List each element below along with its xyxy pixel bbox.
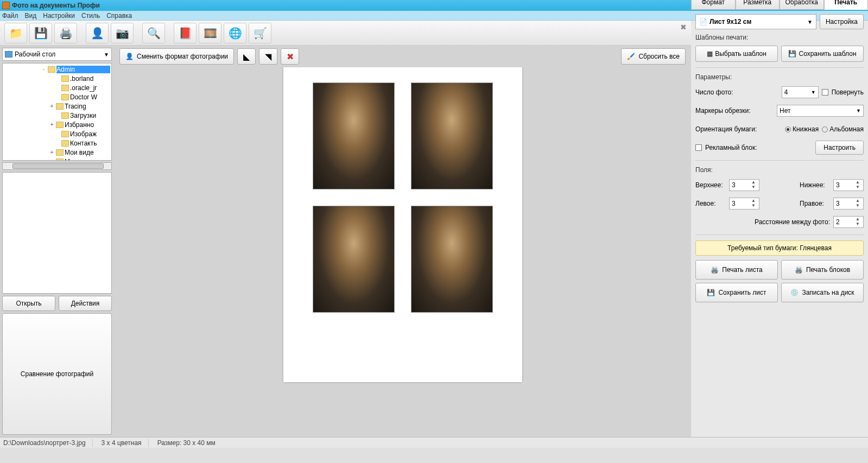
status-path: D:\Downloads\портрет-3.jpg: [3, 439, 93, 447]
cart-button[interactable]: 🛒: [249, 23, 271, 43]
blocks-icon: 🖨️: [795, 266, 803, 274]
burn-disk-button[interactable]: 💿Записать на диск: [781, 283, 864, 302]
image-search-button[interactable]: 🔍: [142, 23, 165, 43]
save-sheet-button[interactable]: 💾Сохранить лист: [695, 283, 778, 302]
floppy-icon: 💾: [707, 289, 715, 296]
rotate-checkbox[interactable]: [822, 89, 828, 96]
margin-top-input[interactable]: 3▲▼: [729, 179, 759, 191]
orientation-portrait-radio[interactable]: Книжная: [785, 125, 819, 133]
templates-label: Шаблоны печати:: [695, 34, 864, 41]
spacing-input[interactable]: 2▲▼: [833, 216, 864, 228]
root-folder-label: Рабочий стол: [15, 50, 55, 58]
margin-bottom-input[interactable]: 3▲▼: [833, 179, 864, 191]
left-panel: Рабочий стол ▼ -Admin.borland.oracle_jrD…: [0, 46, 114, 437]
margins-label: Поля:: [695, 166, 864, 174]
ad-block-checkbox[interactable]: [695, 144, 702, 151]
video-button[interactable]: 🎞️: [199, 23, 221, 43]
brush-icon: 🖌️: [627, 53, 635, 60]
tree-item[interactable]: Загрузки: [3, 111, 111, 120]
app-icon: [2, 2, 10, 9]
flip-horizontal-button[interactable]: ◣: [237, 48, 256, 65]
margin-right-label: Правое:: [800, 200, 830, 207]
tab-layout[interactable]: Разметка: [736, 0, 780, 10]
photo-slot-1[interactable]: [313, 83, 395, 189]
print-sheet-button[interactable]: 🖨️Печать листа: [695, 260, 778, 280]
photo-count-input[interactable]: 4▼: [782, 86, 819, 98]
main-toolbar: 📁 💾 🖨️ 👤 📷 🔍 📕 🎞️ 🌐 🛒 ✖: [0, 21, 691, 46]
rotate-label: Повернуть: [832, 88, 864, 96]
spacing-label: Расстояние между фото:: [755, 218, 830, 226]
tree-hscrollbar[interactable]: [2, 162, 112, 170]
orientation-landscape-radio[interactable]: Альбомная: [822, 125, 864, 133]
tree-item[interactable]: +Мои виде: [3, 148, 111, 157]
menu-file[interactable]: Файл: [2, 12, 18, 20]
ad-block-label: Рекламный блок:: [705, 144, 757, 151]
status-mode: 3 x 4 цветная: [102, 439, 149, 447]
crop-markers-label: Маркеры обрезки:: [695, 107, 751, 115]
grid-icon: ▦: [707, 50, 713, 58]
right-panel: Формат Разметка Обработка Печать 📄 Лист …: [691, 21, 868, 437]
print-blocks-button[interactable]: 🖨️Печать блоков: [781, 260, 864, 280]
delete-button[interactable]: ✖: [281, 48, 299, 65]
thumbnail-preview-area: [2, 172, 112, 294]
tree-item[interactable]: +Избранно: [3, 120, 111, 129]
tab-processing[interactable]: Обработка: [780, 0, 824, 10]
menu-view[interactable]: Вид: [25, 12, 37, 20]
select-template-button[interactable]: ▦Выбрать шаблон: [695, 46, 778, 62]
open-folder-button[interactable]: 📁: [4, 23, 27, 43]
tree-item[interactable]: +Tracing: [3, 102, 111, 111]
photo-slot-4[interactable]: [411, 206, 493, 313]
compare-photos-button[interactable]: Сравнение фотографий: [2, 313, 112, 435]
tree-item[interactable]: +Мои доку: [3, 157, 111, 161]
print-canvas[interactable]: [114, 67, 691, 437]
tree-item[interactable]: .oracle_jr: [3, 83, 111, 92]
open-button[interactable]: Открыть: [2, 296, 55, 311]
change-format-button[interactable]: 👤 Сменить формат фотографии: [119, 48, 234, 65]
status-size: Размер: 30 x 40 мм: [157, 439, 216, 447]
paper-requirement-bar: Требуемый тип бумаги: Глянцевая: [695, 240, 864, 256]
orientation-label: Ориентация бумаги:: [695, 125, 757, 133]
margin-left-input[interactable]: 3▲▼: [729, 198, 759, 210]
margin-bottom-label: Нижнее:: [800, 181, 830, 189]
photo-slot-3[interactable]: [313, 206, 395, 313]
help-button[interactable]: 📕: [174, 23, 197, 43]
web-button[interactable]: 🌐: [224, 23, 246, 43]
tab-format[interactable]: Формат: [691, 0, 736, 10]
margin-left-label: Левое:: [695, 200, 726, 207]
desktop-icon: [5, 51, 12, 58]
save-button[interactable]: 💾: [29, 23, 52, 43]
flip-vertical-button[interactable]: ◥: [259, 48, 277, 65]
printer-icon: 🖨️: [711, 266, 719, 274]
sheet-size-select[interactable]: 📄 Лист 9x12 см ▼: [695, 14, 816, 29]
toolbar-close-icon[interactable]: ✖: [680, 23, 687, 31]
crop-markers-select[interactable]: Нет▼: [777, 105, 864, 117]
app-title: Фото на документы Профи: [12, 2, 100, 9]
print-page: [283, 67, 522, 382]
menu-style[interactable]: Стиль: [81, 12, 100, 20]
tree-item[interactable]: Изображ: [3, 129, 111, 138]
save-template-button[interactable]: 💾Сохранить шаблон: [781, 46, 864, 62]
menu-settings[interactable]: Настройки: [43, 12, 75, 20]
folder-tree[interactable]: -Admin.borland.oracle_jrDoctor W+Tracing…: [2, 63, 112, 161]
tree-item[interactable]: Doctor W: [3, 92, 111, 102]
center-toolbar: 👤 Сменить формат фотографии ◣ ◥ ✖ 🖌️ Сбр…: [114, 46, 691, 67]
save-icon: 💾: [788, 50, 796, 58]
menu-help[interactable]: Справка: [106, 12, 132, 20]
tree-item[interactable]: Контакть: [3, 138, 111, 148]
tree-item[interactable]: .borland: [3, 74, 111, 83]
reset-all-button[interactable]: 🖌️ Сбросить все: [621, 48, 686, 65]
configure-ad-button[interactable]: Настроить: [815, 141, 864, 155]
status-bar: D:\Downloads\портрет-3.jpg 3 x 4 цветная…: [0, 437, 868, 448]
margin-right-input[interactable]: 3▲▼: [833, 198, 864, 210]
photo-slot-2[interactable]: [411, 83, 493, 189]
actions-button[interactable]: Действия: [59, 296, 112, 311]
person-button[interactable]: 👤: [86, 23, 109, 43]
center-panel: 👤 Сменить формат фотографии ◣ ◥ ✖ 🖌️ Сбр…: [114, 46, 691, 437]
sheet-settings-button[interactable]: Настройка: [820, 14, 864, 29]
camera-button[interactable]: 📷: [111, 23, 134, 43]
tree-item[interactable]: -Admin: [3, 65, 111, 74]
tab-print[interactable]: Печать: [824, 0, 869, 10]
print-button[interactable]: 🖨️: [54, 23, 77, 43]
margin-top-label: Верхнее:: [695, 181, 726, 189]
root-folder-combo[interactable]: Рабочий стол ▼: [2, 48, 112, 61]
